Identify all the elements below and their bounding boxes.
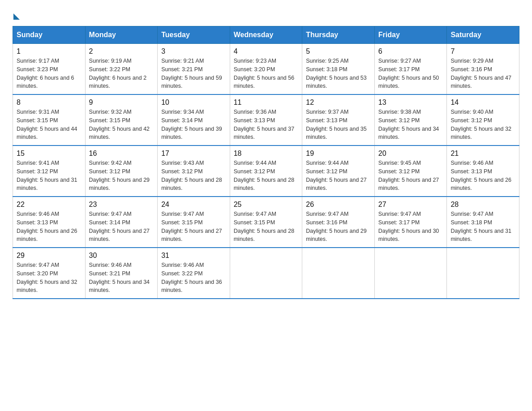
week-row-4: 22Sunrise: 9:46 AMSunset: 3:13 PMDayligh…: [13, 197, 519, 248]
day-number: 15: [17, 150, 82, 158]
calendar-cell: 18Sunrise: 9:44 AMSunset: 3:12 PMDayligh…: [230, 146, 302, 197]
calendar-cell: 30Sunrise: 9:46 AMSunset: 3:21 PMDayligh…: [85, 248, 158, 299]
day-number: 13: [378, 98, 443, 107]
page-header: [13, 11, 519, 18]
day-number: 14: [450, 98, 515, 107]
day-info: Sunrise: 9:21 AMSunset: 3:21 PMDaylight:…: [161, 57, 226, 90]
header-wednesday: Wednesday: [230, 26, 302, 44]
week-row-1: 1Sunrise: 9:17 AMSunset: 3:23 PMDaylight…: [13, 44, 519, 95]
calendar-cell: 7Sunrise: 9:29 AMSunset: 3:16 PMDaylight…: [447, 44, 519, 95]
week-row-3: 15Sunrise: 9:41 AMSunset: 3:12 PMDayligh…: [13, 146, 519, 197]
day-info: Sunrise: 9:17 AMSunset: 3:23 PMDaylight:…: [17, 57, 82, 90]
day-info: Sunrise: 9:43 AMSunset: 3:12 PMDaylight:…: [161, 159, 226, 193]
day-info: Sunrise: 9:47 AMSunset: 3:15 PMDaylight:…: [234, 210, 299, 244]
day-number: 22: [17, 201, 82, 209]
calendar-cell: 4Sunrise: 9:23 AMSunset: 3:20 PMDaylight…: [230, 44, 302, 95]
calendar-header-row: SundayMondayTuesdayWednesdayThursdayFrid…: [13, 26, 519, 44]
calendar-cell: 22Sunrise: 9:46 AMSunset: 3:13 PMDayligh…: [13, 197, 86, 248]
day-info: Sunrise: 9:38 AMSunset: 3:12 PMDaylight:…: [378, 108, 443, 141]
day-info: Sunrise: 9:47 AMSunset: 3:18 PMDaylight:…: [450, 210, 515, 244]
day-number: 28: [450, 201, 515, 209]
day-number: 12: [306, 98, 371, 107]
week-row-2: 8Sunrise: 9:31 AMSunset: 3:15 PMDaylight…: [13, 94, 519, 146]
header-tuesday: Tuesday: [158, 26, 230, 44]
day-number: 29: [17, 252, 82, 260]
calendar-cell: 31Sunrise: 9:46 AMSunset: 3:22 PMDayligh…: [158, 248, 230, 299]
day-number: 26: [306, 201, 371, 209]
day-number: 31: [161, 252, 226, 260]
day-number: 4: [234, 47, 299, 56]
day-info: Sunrise: 9:31 AMSunset: 3:15 PMDaylight:…: [17, 108, 82, 141]
header-saturday: Saturday: [447, 26, 519, 44]
calendar-cell: 5Sunrise: 9:25 AMSunset: 3:18 PMDaylight…: [302, 44, 375, 95]
calendar-cell: 26Sunrise: 9:47 AMSunset: 3:16 PMDayligh…: [302, 197, 375, 248]
calendar-cell: 15Sunrise: 9:41 AMSunset: 3:12 PMDayligh…: [13, 146, 86, 197]
calendar-cell: 25Sunrise: 9:47 AMSunset: 3:15 PMDayligh…: [230, 197, 302, 248]
calendar-table: SundayMondayTuesdayWednesdayThursdayFrid…: [13, 26, 519, 299]
calendar-cell: 14Sunrise: 9:40 AMSunset: 3:12 PMDayligh…: [447, 94, 519, 146]
day-info: Sunrise: 9:46 AMSunset: 3:21 PMDaylight:…: [89, 261, 154, 295]
calendar-cell: 11Sunrise: 9:36 AMSunset: 3:13 PMDayligh…: [230, 94, 302, 146]
day-number: 10: [161, 98, 226, 107]
day-info: Sunrise: 9:47 AMSunset: 3:20 PMDaylight:…: [17, 261, 82, 295]
day-number: 18: [234, 150, 299, 158]
day-number: 24: [161, 201, 226, 209]
day-number: 3: [161, 47, 226, 56]
header-monday: Monday: [85, 26, 158, 44]
calendar-cell: 16Sunrise: 9:42 AMSunset: 3:12 PMDayligh…: [85, 146, 158, 197]
header-sunday: Sunday: [13, 26, 86, 44]
day-info: Sunrise: 9:40 AMSunset: 3:12 PMDaylight:…: [450, 108, 515, 141]
logo: [13, 11, 20, 18]
day-number: 9: [89, 98, 154, 107]
day-info: Sunrise: 9:44 AMSunset: 3:12 PMDaylight:…: [234, 159, 299, 193]
calendar-cell: 13Sunrise: 9:38 AMSunset: 3:12 PMDayligh…: [374, 94, 447, 146]
calendar-cell: 23Sunrise: 9:47 AMSunset: 3:14 PMDayligh…: [85, 197, 158, 248]
day-info: Sunrise: 9:27 AMSunset: 3:17 PMDaylight:…: [378, 57, 443, 90]
calendar-cell: 2Sunrise: 9:19 AMSunset: 3:22 PMDaylight…: [85, 44, 158, 95]
day-number: 11: [234, 98, 299, 107]
day-number: 1: [17, 47, 82, 56]
day-number: 23: [89, 201, 154, 209]
calendar-cell: 17Sunrise: 9:43 AMSunset: 3:12 PMDayligh…: [158, 146, 230, 197]
calendar-cell: 24Sunrise: 9:47 AMSunset: 3:15 PMDayligh…: [158, 197, 230, 248]
calendar-cell: 21Sunrise: 9:46 AMSunset: 3:13 PMDayligh…: [447, 146, 519, 197]
calendar-cell: 12Sunrise: 9:37 AMSunset: 3:13 PMDayligh…: [302, 94, 375, 146]
calendar-cell: 1Sunrise: 9:17 AMSunset: 3:23 PMDaylight…: [13, 44, 86, 95]
day-number: 8: [17, 98, 82, 107]
day-info: Sunrise: 9:37 AMSunset: 3:13 PMDaylight:…: [306, 108, 371, 141]
day-info: Sunrise: 9:44 AMSunset: 3:12 PMDaylight:…: [306, 159, 371, 193]
day-info: Sunrise: 9:42 AMSunset: 3:12 PMDaylight:…: [89, 159, 154, 193]
day-info: Sunrise: 9:36 AMSunset: 3:13 PMDaylight:…: [234, 108, 299, 141]
day-info: Sunrise: 9:45 AMSunset: 3:12 PMDaylight:…: [378, 159, 443, 193]
day-info: Sunrise: 9:32 AMSunset: 3:15 PMDaylight:…: [89, 108, 154, 141]
day-info: Sunrise: 9:47 AMSunset: 3:17 PMDaylight:…: [378, 210, 443, 244]
day-number: 30: [89, 252, 154, 260]
day-info: Sunrise: 9:41 AMSunset: 3:12 PMDaylight:…: [17, 159, 82, 193]
day-info: Sunrise: 9:29 AMSunset: 3:16 PMDaylight:…: [450, 57, 515, 90]
calendar-cell: 27Sunrise: 9:47 AMSunset: 3:17 PMDayligh…: [374, 197, 447, 248]
calendar-cell: 29Sunrise: 9:47 AMSunset: 3:20 PMDayligh…: [13, 248, 86, 299]
day-number: 2: [89, 47, 154, 56]
day-info: Sunrise: 9:47 AMSunset: 3:14 PMDaylight:…: [89, 210, 154, 244]
calendar-cell: 19Sunrise: 9:44 AMSunset: 3:12 PMDayligh…: [302, 146, 375, 197]
day-info: Sunrise: 9:46 AMSunset: 3:22 PMDaylight:…: [161, 261, 226, 295]
day-number: 17: [161, 150, 226, 158]
header-thursday: Thursday: [302, 26, 375, 44]
day-info: Sunrise: 9:23 AMSunset: 3:20 PMDaylight:…: [234, 57, 299, 90]
day-info: Sunrise: 9:46 AMSunset: 3:13 PMDaylight:…: [450, 159, 515, 193]
calendar-cell: 6Sunrise: 9:27 AMSunset: 3:17 PMDaylight…: [374, 44, 447, 95]
day-number: 27: [378, 201, 443, 209]
calendar-cell: 9Sunrise: 9:32 AMSunset: 3:15 PMDaylight…: [85, 94, 158, 146]
day-number: 20: [378, 150, 443, 158]
logo-triangle-icon: [13, 13, 20, 20]
day-number: 7: [450, 47, 515, 56]
day-info: Sunrise: 9:34 AMSunset: 3:14 PMDaylight:…: [161, 108, 226, 141]
day-info: Sunrise: 9:47 AMSunset: 3:15 PMDaylight:…: [161, 210, 226, 244]
day-info: Sunrise: 9:25 AMSunset: 3:18 PMDaylight:…: [306, 57, 371, 90]
calendar-cell: 20Sunrise: 9:45 AMSunset: 3:12 PMDayligh…: [374, 146, 447, 197]
calendar-cell: 8Sunrise: 9:31 AMSunset: 3:15 PMDaylight…: [13, 94, 86, 146]
calendar-cell: [230, 248, 302, 299]
header-friday: Friday: [374, 26, 447, 44]
day-number: 5: [306, 47, 371, 56]
week-row-5: 29Sunrise: 9:47 AMSunset: 3:20 PMDayligh…: [13, 248, 519, 299]
